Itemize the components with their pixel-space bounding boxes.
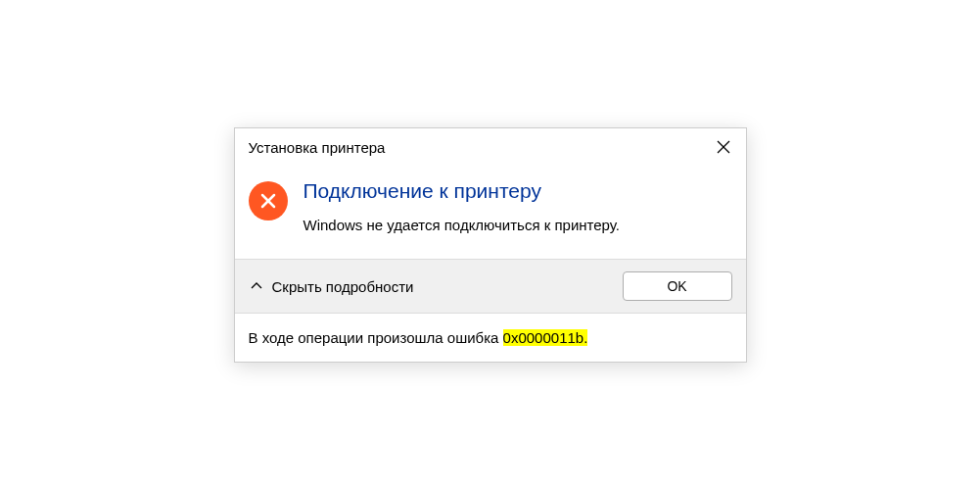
details-toggle[interactable]: Скрыть подробности	[249, 278, 414, 295]
dialog-footer: Скрыть подробности OK	[235, 259, 746, 313]
error-code: 0x0000011b	[503, 329, 584, 346]
titlebar: Установка принтера	[235, 128, 746, 164]
details-text-suffix: .	[583, 329, 587, 346]
dialog-message: Windows не удается подключиться к принте…	[303, 217, 732, 233]
content-text: Подключение к принтеру Windows не удаетс…	[303, 177, 732, 233]
details-panel: В ходе операции произошла ошибка 0x00000…	[235, 313, 746, 362]
dialog-title: Установка принтера	[249, 139, 386, 156]
chevron-up-icon	[249, 278, 264, 294]
close-button[interactable]	[715, 138, 732, 156]
details-text-prefix: В ходе операции произошла ошибка	[249, 329, 503, 346]
error-icon	[249, 181, 288, 220]
error-dialog: Установка принтера Подключение к принтер…	[234, 127, 747, 363]
ok-button[interactable]: OK	[623, 271, 732, 301]
details-toggle-label: Скрыть подробности	[272, 278, 414, 295]
dialog-heading: Подключение к принтеру	[303, 179, 732, 203]
close-icon	[717, 140, 730, 154]
dialog-content: Подключение к принтеру Windows не удаетс…	[235, 164, 746, 259]
